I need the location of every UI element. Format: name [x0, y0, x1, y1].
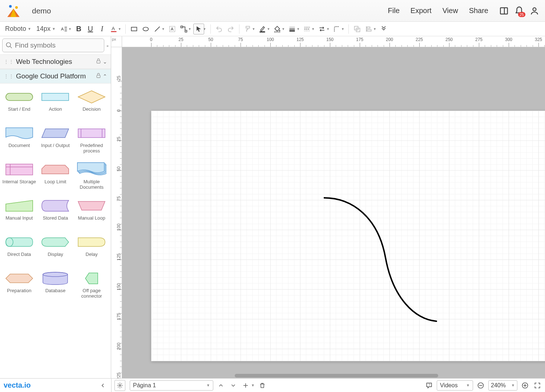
shape-manual-loop[interactable]: Manual Loop: [74, 196, 109, 229]
text-color-button[interactable]: A: [108, 24, 119, 34]
zoom-out-button[interactable]: [476, 381, 485, 390]
shape-thumb: [4, 126, 34, 141]
svg-text:A: A: [171, 26, 174, 31]
drawn-curve[interactable]: [324, 196, 440, 327]
shape-stored-data[interactable]: Stored Data: [38, 196, 73, 229]
underline-button[interactable]: U: [85, 24, 96, 34]
stencil-google-cloud[interactable]: ⋮⋮ Google Cloud Platform ⌃: [0, 69, 111, 83]
svg-rect-17: [185, 30, 187, 32]
zoom-in-button[interactable]: [520, 381, 530, 390]
delete-page-button[interactable]: [258, 381, 267, 390]
stencil-web-technologies[interactable]: ⋮⋮ Web Technologies ⌄: [0, 54, 111, 69]
shape-label: Delay: [86, 252, 98, 263]
page-select[interactable]: Página 1▼: [130, 380, 213, 391]
menu-file[interactable]: File: [388, 7, 400, 15]
next-page-button[interactable]: [229, 381, 238, 390]
scrollbar-thumb[interactable]: [235, 374, 438, 377]
pointer-tool[interactable]: [193, 24, 204, 34]
redo-button[interactable]: [225, 24, 236, 34]
shape-display[interactable]: Display: [38, 232, 73, 265]
shape-manual-input[interactable]: Manual Input: [1, 196, 37, 229]
italic-button[interactable]: I: [97, 24, 108, 34]
shape-decision[interactable]: Decision: [74, 87, 109, 120]
fullscreen-button[interactable]: [533, 381, 542, 390]
notifications-icon[interactable]: 25: [514, 6, 524, 16]
shape-preparation[interactable]: Preparation: [1, 269, 37, 301]
drawing-page[interactable]: [151, 111, 545, 361]
align-button[interactable]: [363, 24, 374, 34]
horizontal-scrollbar[interactable]: [133, 373, 545, 378]
line-style-button[interactable]: [302, 24, 312, 34]
shape-direct-data[interactable]: Direct Data: [1, 232, 37, 265]
shape-delay[interactable]: Delay: [74, 232, 109, 265]
corner-style-button[interactable]: [331, 24, 342, 34]
svg-point-0: [9, 5, 12, 7]
line-weight-button[interactable]: [287, 24, 298, 34]
format-painter-button[interactable]: [242, 24, 253, 34]
shape-off-page-connector[interactable]: Off page connector: [74, 269, 109, 301]
notification-count: 25: [518, 12, 525, 17]
ellipse-tool[interactable]: [140, 24, 151, 34]
bold-button[interactable]: B: [73, 24, 84, 34]
canvas-viewport[interactable]: [122, 47, 545, 378]
collapse-sidebar-button[interactable]: [98, 381, 108, 390]
svg-marker-42: [78, 91, 105, 103]
rectangle-tool[interactable]: [129, 24, 140, 34]
symbol-search-input[interactable]: [15, 41, 101, 49]
symbol-search[interactable]: [2, 38, 104, 52]
group-button[interactable]: [352, 24, 363, 34]
font-family-select[interactable]: Roboto▼: [3, 25, 33, 33]
svg-rect-41: [42, 93, 69, 101]
svg-marker-56: [85, 273, 98, 284]
zoom-level-select[interactable]: 240%▼: [488, 380, 517, 391]
shape-thumb: [40, 271, 70, 286]
svg-marker-43: [42, 129, 69, 138]
arrows-button[interactable]: [316, 24, 327, 34]
menu-view[interactable]: View: [443, 7, 458, 15]
shape-internal-storage[interactable]: Internal Storage: [1, 160, 37, 192]
menu-export[interactable]: Export: [411, 7, 432, 15]
page-settings-button[interactable]: [114, 380, 125, 391]
shape-label: Start / End: [8, 107, 30, 118]
line-tool[interactable]: [152, 24, 163, 34]
shape-start-end[interactable]: Start / End: [1, 87, 37, 120]
shape-multiple-documents[interactable]: Multiple Documents: [74, 160, 109, 192]
more-tools-button[interactable]: [378, 24, 389, 34]
app-header: demo File Export View Share 25: [0, 0, 545, 22]
app-logo: [6, 3, 21, 19]
line-spacing-button[interactable]: A: [58, 24, 69, 34]
svg-marker-50: [6, 200, 33, 211]
shape-action[interactable]: Action: [38, 87, 73, 120]
shape-predefined-process[interactable]: Predefined process: [74, 123, 109, 156]
shape-label: Database: [45, 288, 66, 299]
add-page-button[interactable]: [241, 381, 250, 390]
chevron-up-icon: ⌃: [103, 73, 107, 79]
prev-page-button[interactable]: [216, 381, 226, 390]
shape-document[interactable]: Document: [1, 123, 37, 156]
svg-text:A: A: [61, 26, 64, 31]
help-button[interactable]: ?: [424, 381, 434, 390]
shape-thumb: [40, 126, 70, 141]
svg-marker-51: [78, 201, 105, 210]
connector-tool[interactable]: [178, 24, 189, 34]
account-icon[interactable]: [530, 6, 539, 16]
panel-toggle-icon[interactable]: [499, 6, 509, 16]
fill-color-button[interactable]: [272, 24, 283, 34]
font-size-select[interactable]: 14px▼: [34, 25, 58, 33]
undo-button[interactable]: [214, 24, 225, 34]
line-color-button[interactable]: [257, 24, 268, 34]
stencil-menu-icon[interactable]: [106, 42, 109, 48]
shape-label: Predefined process: [74, 143, 109, 154]
shape-input-output[interactable]: Input / Output: [38, 123, 73, 156]
shape-thumb: [77, 198, 106, 213]
videos-select[interactable]: Videos▼: [437, 380, 473, 391]
svg-rect-38: [97, 61, 100, 63]
shape-thumb: [77, 162, 106, 177]
text-tool[interactable]: A: [167, 24, 178, 34]
svg-marker-53: [6, 274, 33, 283]
shape-loop-limit[interactable]: Loop Limit: [38, 160, 73, 192]
menu-share[interactable]: Share: [469, 7, 488, 15]
document-title[interactable]: demo: [32, 7, 51, 15]
shape-database[interactable]: Database: [38, 269, 73, 301]
add-page-dropdown[interactable]: ▼: [251, 383, 255, 387]
